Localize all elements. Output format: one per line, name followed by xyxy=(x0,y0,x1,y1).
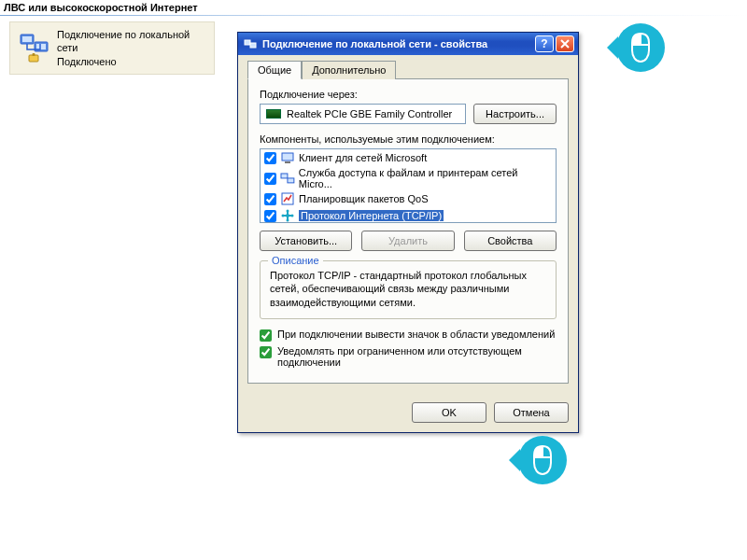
notify-limited-check[interactable]: Уведомлять при ограниченном или отсутств… xyxy=(260,345,557,368)
component-label: Клиент для сетей Microsoft xyxy=(299,152,427,163)
svg-point-15 xyxy=(291,215,294,217)
notify-limited-label: Уведомлять при ограниченном или отсутств… xyxy=(277,345,557,368)
dialog-title: Подключение по локальной сети - свойства xyxy=(262,38,533,49)
connection-item[interactable]: Подключение по локальной сети Подключено xyxy=(9,21,215,75)
tabstrip: Общие Дополнительно xyxy=(247,61,569,79)
svg-point-14 xyxy=(282,215,285,217)
adapter-chip-icon xyxy=(266,109,281,119)
close-button[interactable] xyxy=(556,35,574,52)
protocol-icon xyxy=(280,208,295,223)
properties-dialog: Подключение по локальной сети - свойства… xyxy=(237,32,579,433)
connection-status: Подключено xyxy=(57,55,204,68)
configure-button[interactable]: Настроить... xyxy=(473,104,557,124)
section-header: ЛВС или высокоскоростной Интернет xyxy=(0,0,747,15)
connection-name: Подключение по локальной сети xyxy=(57,28,204,55)
mouse-callout-ok xyxy=(518,436,567,484)
ok-button[interactable]: OK xyxy=(412,402,486,423)
lan-connection-icon xyxy=(20,33,49,63)
titlebar-icon xyxy=(244,37,257,50)
svg-point-16 xyxy=(287,210,289,213)
components-label: Компоненты, используемые этим подключени… xyxy=(260,133,557,145)
svg-point-13 xyxy=(286,214,289,217)
component-checkbox[interactable] xyxy=(264,193,276,205)
component-label: Планировщик пакетов QoS xyxy=(299,193,429,204)
svg-point-17 xyxy=(287,219,289,222)
svg-rect-7 xyxy=(250,43,256,48)
connect-via-label: Подключение через: xyxy=(260,89,557,100)
mouse-icon xyxy=(530,444,555,476)
titlebar[interactable]: Подключение по локальной сети - свойства… xyxy=(238,33,578,55)
mouse-icon xyxy=(628,32,653,63)
svg-rect-10 xyxy=(281,174,288,178)
component-checkbox[interactable] xyxy=(264,152,276,164)
component-checkbox[interactable] xyxy=(264,210,276,222)
component-checkbox[interactable] xyxy=(264,173,276,185)
svg-rect-1 xyxy=(22,36,32,42)
mouse-callout-close xyxy=(616,23,665,72)
tab-panel-general: Подключение через: Realtek PCIe GBE Fami… xyxy=(247,78,569,384)
svg-rect-6 xyxy=(245,40,250,45)
tab-general[interactable]: Общие xyxy=(247,61,302,79)
show-icon-checkbox[interactable] xyxy=(260,329,272,342)
remove-button: Удалить xyxy=(361,231,454,251)
client-icon xyxy=(280,150,295,165)
description-group: Описание Протокол TCP/IP - стандартный п… xyxy=(260,260,557,319)
svg-rect-4 xyxy=(29,55,38,62)
section-divider xyxy=(0,15,747,16)
description-text: Протокол TCP/IP - стандартный протокол г… xyxy=(270,269,546,309)
list-item[interactable]: Протокол Интернета (TCP/IP) xyxy=(261,207,556,223)
cancel-button[interactable]: Отмена xyxy=(494,402,569,423)
dialog-footer: OK Отмена xyxy=(238,393,578,432)
show-icon-label: При подключении вывести значок в области… xyxy=(277,329,555,340)
notify-limited-checkbox[interactable] xyxy=(260,346,272,358)
svg-rect-11 xyxy=(288,178,294,183)
svg-rect-8 xyxy=(282,153,293,161)
connection-text: Подключение по локальной сети Подключено xyxy=(57,28,204,68)
svg-rect-5 xyxy=(33,53,35,56)
adapter-box[interactable]: Realtek PCIe GBE Family Controller xyxy=(260,104,466,124)
list-item[interactable]: Служба доступа к файлам и принтерам сете… xyxy=(261,166,556,190)
adapter-name: Realtek PCIe GBE Family Controller xyxy=(287,108,452,119)
help-button[interactable]: ? xyxy=(535,35,554,52)
svg-rect-9 xyxy=(285,161,290,163)
component-label: Протокол Интернета (TCP/IP) xyxy=(299,210,444,221)
qos-icon xyxy=(280,191,295,206)
components-list[interactable]: Клиент для сетей Microsoft Служба доступ… xyxy=(260,148,557,223)
description-legend: Описание xyxy=(268,255,323,266)
list-item[interactable]: Клиент для сетей Microsoft xyxy=(261,149,556,166)
tab-advanced[interactable]: Дополнительно xyxy=(302,61,396,79)
svg-rect-3 xyxy=(36,44,46,49)
properties-button[interactable]: Свойства xyxy=(464,231,557,251)
list-item[interactable]: Планировщик пакетов QoS xyxy=(261,190,556,207)
service-icon xyxy=(280,171,295,186)
component-label: Служба доступа к файлам и принтерам сете… xyxy=(299,167,552,189)
show-icon-check[interactable]: При подключении вывести значок в области… xyxy=(260,329,557,342)
install-button[interactable]: Установить... xyxy=(260,231,352,251)
